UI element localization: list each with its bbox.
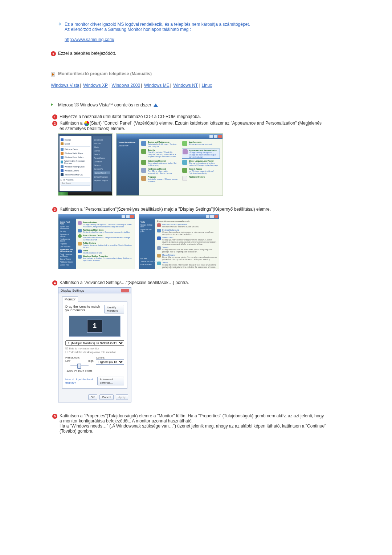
link-vista[interactable]: Windows Vista xyxy=(51,83,79,88)
step-badge-6: 6 xyxy=(51,51,56,56)
step-badge-2: 2 xyxy=(52,121,57,126)
link-me[interactable]: Windows ME xyxy=(144,83,170,88)
step6-text: Ezzel a telepítés befejeződött. xyxy=(58,51,116,56)
link-xp[interactable]: Windows XP xyxy=(83,83,108,88)
cancel-button: Cancel xyxy=(99,394,114,400)
step4-text: Kattintson a "Advanced Settings…"(Speciá… xyxy=(60,280,189,285)
screenshot-start-menu: Internet E-mail Welcome Center Windows M… xyxy=(58,133,113,196)
apply-button: Apply xyxy=(116,394,128,400)
ok-button: OK xyxy=(88,394,98,400)
resolution-label: Resolution: xyxy=(65,356,94,359)
screenshot-control-panel: Control Panel Home Classic View System a… xyxy=(116,133,223,196)
close-icon xyxy=(121,289,129,292)
step-badge-4: 4 xyxy=(52,280,57,285)
windows-orb-icon xyxy=(84,121,89,126)
link-nt[interactable]: Windows NT xyxy=(173,83,198,88)
colors-label: Colors: xyxy=(96,356,124,359)
screenshot-appearance-personalization: Control Panel Home System and Maintenanc… xyxy=(58,214,135,269)
start-button xyxy=(58,192,68,195)
dialog-title: Display Settings xyxy=(61,289,84,292)
step5-text: Kattintson a "Properties"(Tulajdonságok)… xyxy=(60,413,327,434)
note-text: Ez a monitor driver igazoló MS logóval r… xyxy=(65,22,250,42)
step2-text: Kattintson a (Start) "Control Panel" (Ve… xyxy=(60,121,327,131)
info-asterisk-icon: ※ xyxy=(58,22,65,42)
arrow-icon xyxy=(51,103,55,107)
monitor-preview-1: 1 xyxy=(87,320,102,333)
step-badge-1: 1 xyxy=(52,114,57,119)
screenshot-personalization: Tasks Change desktop icons Adjust font s… xyxy=(139,214,219,269)
step-badge-5: 5 xyxy=(52,414,57,419)
resolution-slider xyxy=(65,363,94,368)
samsung-link[interactable]: http://www.samsung.com/ xyxy=(65,37,114,42)
monitor-select: 1. (Multiple Monitors) on NVIDIA GeForce… xyxy=(65,340,124,346)
step-badge-3: 3 xyxy=(52,207,57,212)
drag-hint: Drag the icons to match your monitors. xyxy=(65,305,104,312)
advanced-settings-button: Advanced Settings... xyxy=(97,377,124,385)
step3-text: Kattintson a "Personalization"(Személyes… xyxy=(60,207,271,212)
best-display-link: How do I get the best display? xyxy=(65,378,97,384)
tab-monitor: Monitor xyxy=(62,296,78,302)
section-arrow-icon xyxy=(51,72,55,77)
vista-heading: Microsoft® Windows Vista™ operációs rend… xyxy=(58,102,151,108)
step1-text: Helyezze a használati útmutatót tartalma… xyxy=(60,114,201,119)
manual-section-title: Monitorillesztő program telepítése (Manu… xyxy=(58,71,152,76)
link-linux[interactable]: Linux xyxy=(202,83,212,88)
link-2000[interactable]: Windows 2000 xyxy=(111,83,140,88)
collapse-up-icon[interactable] xyxy=(154,104,158,107)
os-links: Windows Vista| Windows XP| Windows 2000|… xyxy=(51,83,327,88)
chk-extend-desktop: ☐ Extend the desktop onto this monitor xyxy=(65,351,124,354)
colors-select: Highest (32 bit) xyxy=(96,359,124,365)
screenshot-display-settings: Display Settings Monitor Drag the icons … xyxy=(58,287,131,402)
chk-main-monitor: ☑ This is my main monitor xyxy=(65,347,124,350)
identify-monitors-button: Identify Monitors xyxy=(104,305,124,313)
